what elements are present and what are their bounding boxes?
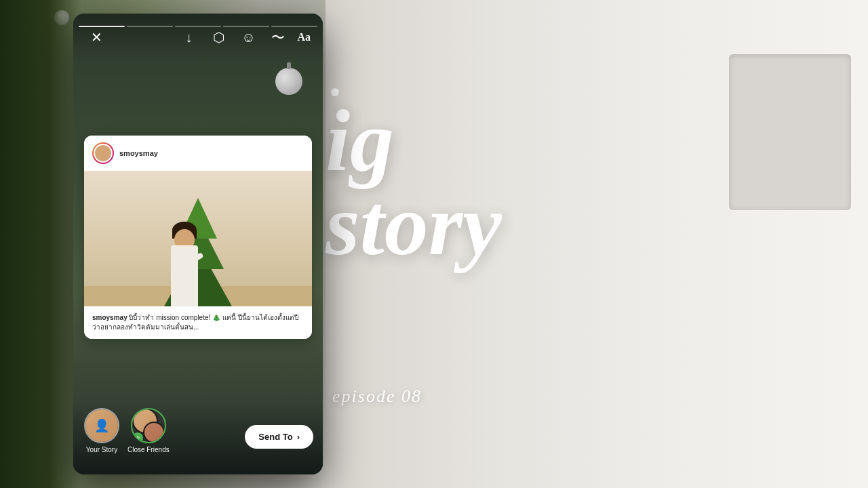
post-person <box>164 211 205 306</box>
download-icon[interactable]: ↓ <box>178 26 199 48</box>
tree-background <box>0 0 81 488</box>
close-friends-circle: ★ <box>131 408 166 443</box>
big-text-ig: ig <box>326 99 502 183</box>
send-to-label: Send To <box>258 432 292 442</box>
ig-post-card: smoysmay <box>84 136 312 339</box>
person-body <box>171 245 198 306</box>
scene: ✕ ↓ ⬡ ☺ 〜 Aa smoysmay <box>0 0 868 488</box>
caption-text: smoysmay บิบี้ว่าทำ mission complete! 🎄 … <box>92 313 304 332</box>
close-friends-label: Close Friends <box>127 446 170 453</box>
close-friends-option[interactable]: ★ Close Friends <box>127 408 170 453</box>
share-options: 👤 Your Story ★ <box>84 408 312 453</box>
toolbar-right-icons: ↓ ⬡ ☺ 〜 Aa <box>178 26 311 48</box>
star-icon: ★ <box>134 434 140 442</box>
your-story-label: Your Story <box>86 446 117 453</box>
wall-shelf <box>729 54 851 210</box>
cf-avatar-2 <box>143 422 165 443</box>
text-tool-label[interactable]: Aa <box>297 31 311 43</box>
send-to-arrow: › <box>297 432 300 442</box>
avatar-image <box>94 144 113 163</box>
post-caption: smoysmay บิบี้ว่าทำ mission complete! 🎄 … <box>84 306 312 339</box>
your-story-circle: 👤 <box>84 408 119 443</box>
main-text-overlay: ig story <box>326 88 502 266</box>
close-friends-avatars: ★ <box>132 408 165 443</box>
story-panel: ✕ ↓ ⬡ ☺ 〜 Aa smoysmay <box>73 14 323 474</box>
story-progress-bars <box>79 19 317 21</box>
post-header: smoysmay <box>84 136 312 171</box>
ornament-decoration <box>275 68 302 95</box>
progress-bar-2 <box>127 26 173 27</box>
post-image <box>84 171 312 306</box>
send-to-button[interactable]: Send To › <box>245 425 313 449</box>
your-story-avatar: 👤 <box>85 409 118 442</box>
big-text-story: story <box>326 183 502 267</box>
progress-bar-1 <box>79 26 125 27</box>
sticker-icon[interactable]: ☺ <box>237 26 259 48</box>
draw-icon[interactable]: 〜 <box>267 26 289 48</box>
episode-text: episode 08 <box>332 386 422 407</box>
progress-bar-5 <box>271 26 317 27</box>
story-bottom-bar: 👤 Your Story ★ <box>73 400 323 474</box>
post-avatar <box>92 142 114 164</box>
your-story-option[interactable]: 👤 Your Story <box>84 408 119 453</box>
star-overlay: ★ <box>132 432 144 443</box>
progress-bar-4 <box>223 26 269 27</box>
progress-bar-3 <box>175 26 221 27</box>
link-icon[interactable]: ⬡ <box>208 26 229 48</box>
caption-username: smoysmay <box>92 314 127 321</box>
post-username: smoysmay <box>119 149 158 157</box>
close-icon[interactable]: ✕ <box>85 26 107 48</box>
